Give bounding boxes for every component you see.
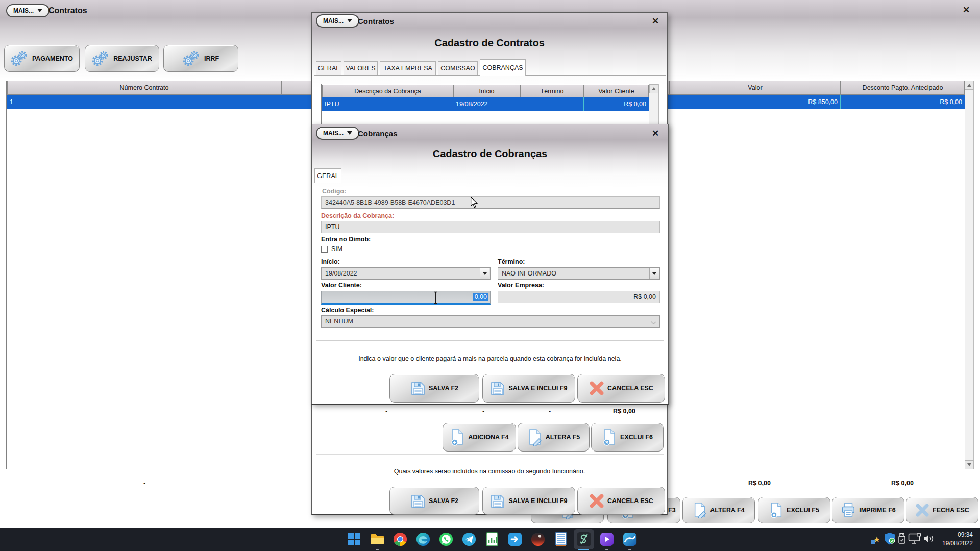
telegram-icon[interactable] (461, 531, 477, 547)
valor-cliente-field[interactable]: 0,00 (321, 291, 491, 305)
close-icon[interactable]: ✕ (650, 128, 661, 139)
col-header-numero-contrato[interactable]: Número Contrato (7, 81, 281, 95)
col-header-descricao[interactable]: Descrição da Cobrança (322, 85, 453, 97)
adiciona-f4-label: ADICIONA F4 (468, 434, 508, 441)
start-icon[interactable] (346, 531, 362, 547)
table-scrollbar[interactable] (965, 81, 974, 469)
cell-valor-cliente[interactable]: R$ 0,00 (584, 97, 649, 111)
volume-tray-icon[interactable] (923, 534, 934, 544)
codigo-field[interactable]: 342440A5-8B1B-4989-B58B-E4670ADE03D1 (321, 196, 660, 209)
salva-f2-button[interactable]: SALVA F2 (389, 374, 479, 403)
col-header-valor-cliente[interactable]: Valor Cliente (584, 85, 649, 97)
movies-icon[interactable] (622, 531, 638, 547)
chevron-down-icon[interactable] (649, 268, 659, 279)
cell-termino[interactable] (520, 97, 584, 111)
salva-f2-button[interactable]: SALVA F2 (389, 487, 479, 515)
shield-tray-icon[interactable] (884, 532, 896, 545)
tab-geral[interactable]: GERAL (316, 61, 341, 75)
tab-taxa-empresa[interactable]: TAXA EMPRESA (380, 61, 436, 75)
mais-menu-button[interactable]: MAIS... (316, 127, 359, 140)
dialog-bar-title: Contratos (358, 17, 394, 26)
fecha-esc-button[interactable]: FECHA ESC (906, 497, 978, 523)
edit-page-icon (527, 429, 543, 446)
exclui-f6-button[interactable]: EXCLUI F6 (591, 423, 664, 452)
taskbar-clock[interactable]: 09:34 19/08/2022 (942, 531, 973, 548)
cancela-esc-button[interactable]: CANCELA ESC (577, 374, 665, 403)
edge-icon[interactable] (415, 531, 431, 547)
save-icon (410, 493, 426, 509)
altera-f5-button[interactable]: ALTERA F5 (518, 423, 590, 452)
explorer-icon[interactable] (369, 531, 385, 547)
irrf-button[interactable]: IRRF (163, 45, 238, 72)
mais-menu-button[interactable]: MAIS... (6, 4, 50, 17)
share-app-icon[interactable] (507, 531, 523, 547)
salva-f2-label: SALVA F2 (429, 385, 458, 392)
screen: MAIS... Contratos ✕ PAGAMENTO (0, 0, 980, 551)
notes-icon[interactable] (553, 531, 569, 547)
col-header-desconto[interactable]: Desconto Pagto. Antecipado (841, 81, 965, 95)
erp-app-icon[interactable] (576, 531, 592, 547)
scroll-down-icon[interactable] (965, 460, 974, 469)
save-icon (410, 381, 426, 396)
calculo-especial-label: Cálculo Especial: (321, 307, 374, 314)
scroll-up-icon[interactable] (649, 84, 658, 93)
reajustar-button[interactable]: REAJUSTAR (85, 45, 159, 72)
adiciona-f4-button[interactable]: ADICIONA F4 (443, 423, 516, 452)
cell-inicio[interactable]: 19/08/2022 (453, 97, 520, 111)
col-header-termino[interactable]: Término (520, 85, 584, 97)
cell-valor[interactable]: R$ 850,00 (670, 95, 841, 109)
scroll-up-icon[interactable] (965, 81, 974, 90)
star-tray-icon[interactable]: ★ (871, 533, 883, 545)
chevron-down-icon[interactable] (480, 268, 489, 279)
salva-e-inclui-f9-button[interactable]: SALVA E INCLUI F9 (482, 374, 575, 403)
comissao-hint-text: Quais valores serão incluídos na comissã… (312, 468, 667, 475)
mais-menu-button[interactable]: MAIS... (316, 14, 359, 28)
exclui-f5-button[interactable]: EXCLUI F5 (758, 497, 830, 523)
codigo-label: Código: (322, 188, 346, 195)
whatsapp-icon[interactable] (438, 531, 454, 547)
usb-tray-icon[interactable] (897, 533, 906, 545)
close-icon[interactable]: ✕ (961, 4, 972, 15)
descricao-field[interactable]: IPTU (321, 221, 660, 233)
salva-f2-label: SALVA F2 (429, 497, 458, 505)
tab-geral[interactable]: GERAL (314, 168, 341, 183)
tab-comissao[interactable]: COMISSÃO (438, 61, 478, 75)
tab-cobrancas[interactable]: COBRANÇAS (480, 59, 526, 76)
dialog-title: Cadastro de Contratos (312, 37, 667, 49)
close-icon[interactable]: ✕ (650, 15, 661, 27)
tab-valores[interactable]: VALORES (344, 61, 378, 75)
calculo-especial-select[interactable]: NENHUM (321, 315, 660, 328)
pagamento-label: PAGAMENTO (32, 55, 73, 62)
chrome-icon[interactable] (392, 531, 408, 547)
cell-descricao[interactable]: IPTU (322, 97, 453, 111)
termino-select[interactable]: NÃO INFORMADO (498, 267, 660, 280)
cancel-icon (589, 493, 604, 509)
media-ball-icon[interactable] (530, 531, 546, 547)
imprime-f6-button[interactable]: IMPRIME F6 (832, 497, 904, 523)
cancela-esc-label: CANCELA ESC (607, 497, 653, 505)
cell-desconto[interactable]: R$ 0,00 (841, 95, 965, 109)
save-icon (490, 493, 505, 509)
pagamento-button[interactable]: PAGAMENTO (4, 45, 80, 72)
taskbar: ★ 09:34 19/08/2022 (0, 528, 980, 551)
spreadsheet-icon[interactable] (484, 531, 500, 547)
grid-footer-termino: - (549, 408, 551, 415)
inicio-select[interactable]: 19/08/2022 (321, 267, 491, 280)
cell-numero[interactable]: 1 (7, 95, 281, 109)
sim-checkbox[interactable] (321, 246, 328, 253)
running-indicator (376, 549, 379, 550)
valor-empresa-field[interactable]: R$ 0,00 (498, 291, 660, 303)
descricao-label: Descrição da Cobrança: (321, 212, 394, 219)
delete-page-icon (769, 502, 783, 518)
col-header-inicio[interactable]: Início (453, 85, 520, 97)
cancela-esc-button[interactable]: CANCELA ESC (577, 487, 665, 515)
clipchamp-icon[interactable] (599, 531, 615, 547)
cancela-esc-label: CANCELA ESC (607, 385, 653, 392)
salva-e-inclui-f9-button[interactable]: SALVA E INCLUI F9 (482, 487, 575, 515)
gears-icon (183, 50, 201, 67)
chevron-down-icon (347, 19, 352, 22)
display-tray-icon[interactable] (908, 533, 921, 544)
col-header-valor[interactable]: Valor (670, 81, 841, 95)
divider (316, 454, 664, 455)
altera-f4-button[interactable]: ALTERA F4 (682, 497, 755, 523)
